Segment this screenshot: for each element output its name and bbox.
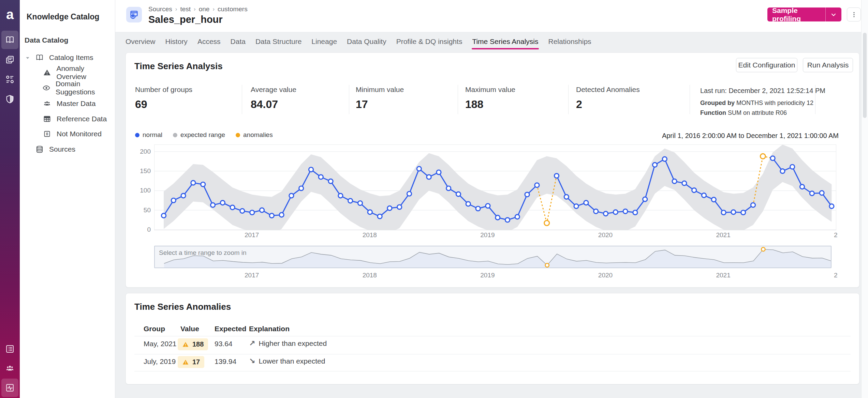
- data-point[interactable]: [220, 200, 225, 205]
- data-point[interactable]: [407, 192, 411, 196]
- rail-item-shield[interactable]: [0, 90, 20, 109]
- anomaly-point[interactable]: [544, 220, 549, 226]
- tab-data[interactable]: Data: [230, 32, 246, 50]
- sidebar-item-not-monitored[interactable]: 0Not Monitored: [42, 126, 102, 141]
- rail-item-documents[interactable]: [0, 50, 20, 69]
- data-point[interactable]: [770, 156, 775, 160]
- tab-profile-dq-insights[interactable]: Profile & DQ insights: [396, 32, 463, 50]
- data-point[interactable]: [171, 198, 176, 203]
- data-point[interactable]: [584, 200, 588, 205]
- app-logo[interactable]: a: [0, 7, 20, 21]
- legend-item-expected-range[interactable]: expected range: [173, 131, 225, 139]
- data-point[interactable]: [741, 210, 746, 215]
- breadcrumb-item-sources[interactable]: Sources: [148, 5, 172, 13]
- rail-item-monitor[interactable]: [0, 378, 20, 397]
- data-point[interactable]: [486, 204, 490, 208]
- sample-profiling-split-button[interactable]: Sample profiling: [767, 7, 841, 21]
- breadcrumb-item-one[interactable]: one: [199, 5, 210, 13]
- data-point[interactable]: [368, 210, 372, 214]
- data-point[interactable]: [387, 206, 392, 210]
- data-point[interactable]: [230, 205, 235, 210]
- range-selector-chart[interactable]: Select a time range to zoom in: [154, 246, 832, 268]
- data-point[interactable]: [652, 163, 657, 167]
- data-point[interactable]: [299, 186, 304, 190]
- tab-lineage[interactable]: Lineage: [311, 32, 337, 50]
- tab-time-series-analysis[interactable]: Time Series Analysis: [472, 32, 539, 50]
- data-point[interactable]: [437, 170, 441, 174]
- data-point[interactable]: [466, 202, 470, 206]
- data-point[interactable]: [820, 191, 824, 195]
- data-point[interactable]: [702, 193, 706, 198]
- data-point[interactable]: [210, 203, 215, 207]
- sidebar-item-master-data[interactable]: Master Data: [42, 96, 95, 111]
- data-point[interactable]: [476, 206, 480, 211]
- data-point[interactable]: [554, 173, 559, 178]
- data-point[interactable]: [692, 188, 696, 193]
- data-point[interactable]: [643, 197, 647, 201]
- data-point[interactable]: [682, 181, 687, 185]
- data-point[interactable]: [711, 197, 716, 202]
- data-point[interactable]: [358, 201, 362, 205]
- data-point[interactable]: [417, 167, 421, 171]
- data-point[interactable]: [535, 183, 539, 187]
- data-point[interactable]: [181, 194, 186, 198]
- tab-data-quality[interactable]: Data Quality: [347, 32, 387, 50]
- data-point[interactable]: [161, 213, 166, 218]
- rail-item-workflow[interactable]: [0, 70, 20, 89]
- data-point[interactable]: [633, 210, 637, 215]
- data-point[interactable]: [269, 213, 274, 218]
- data-point[interactable]: [240, 209, 245, 213]
- data-point[interactable]: [751, 203, 755, 207]
- sample-profiling-dropdown[interactable]: [825, 7, 841, 21]
- data-point[interactable]: [328, 179, 333, 183]
- column-header-expected[interactable]: Expected: [215, 325, 246, 333]
- tab-access[interactable]: Access: [197, 32, 221, 50]
- legend-item-anomalies[interactable]: anomalies: [236, 131, 273, 139]
- overflow-menu-button[interactable]: [847, 7, 861, 21]
- data-point[interactable]: [397, 205, 402, 209]
- tree-expand-chevron-icon[interactable]: [25, 56, 30, 60]
- sample-profiling-button[interactable]: Sample profiling: [767, 7, 825, 21]
- data-point[interactable]: [319, 175, 323, 179]
- run-analysis-button[interactable]: Run Analysis: [803, 58, 853, 72]
- data-point[interactable]: [456, 192, 460, 196]
- legend-item-normal[interactable]: normal: [135, 131, 162, 139]
- data-point[interactable]: [613, 210, 618, 214]
- sidebar-item-catalog-items[interactable]: Catalog Items: [34, 50, 93, 65]
- rail-item-checklist[interactable]: [0, 339, 20, 358]
- data-point[interactable]: [260, 208, 264, 212]
- column-header-value[interactable]: Value: [180, 325, 199, 333]
- sidebar-item-sources[interactable]: Sources: [34, 142, 75, 157]
- data-point[interactable]: [623, 209, 628, 214]
- data-point[interactable]: [574, 204, 578, 209]
- vertical-scrollbar[interactable]: [861, 0, 868, 398]
- data-point[interactable]: [790, 165, 795, 169]
- data-point[interactable]: [603, 211, 608, 216]
- data-point[interactable]: [525, 192, 529, 197]
- data-point[interactable]: [348, 199, 353, 203]
- data-point[interactable]: [309, 167, 313, 172]
- column-header-group[interactable]: Group: [144, 325, 165, 333]
- data-point[interactable]: [338, 194, 343, 198]
- data-point[interactable]: [829, 204, 834, 209]
- tab-history[interactable]: History: [165, 32, 188, 50]
- rail-item-people[interactable]: [0, 359, 20, 378]
- breadcrumb-item-test[interactable]: test: [180, 5, 191, 13]
- data-point[interactable]: [672, 179, 677, 183]
- sidebar-item-reference-data[interactable]: Reference Data: [42, 111, 107, 126]
- data-point[interactable]: [594, 209, 598, 214]
- data-point[interactable]: [201, 182, 205, 187]
- column-header-explanation[interactable]: Explanation: [249, 325, 290, 333]
- data-point[interactable]: [446, 186, 451, 190]
- anomaly-point[interactable]: [760, 154, 765, 159]
- sidebar-item-anomaly-overview[interactable]: Anomaly Overview: [42, 65, 115, 80]
- tab-relationships[interactable]: Relationships: [548, 32, 592, 50]
- data-point[interactable]: [800, 184, 804, 189]
- data-point[interactable]: [427, 175, 431, 179]
- breadcrumb-item-customers[interactable]: customers: [218, 5, 248, 13]
- data-point[interactable]: [721, 210, 726, 215]
- data-point[interactable]: [731, 210, 736, 214]
- data-point[interactable]: [279, 213, 284, 217]
- data-point[interactable]: [564, 195, 569, 199]
- timeseries-chart[interactable]: [154, 144, 836, 230]
